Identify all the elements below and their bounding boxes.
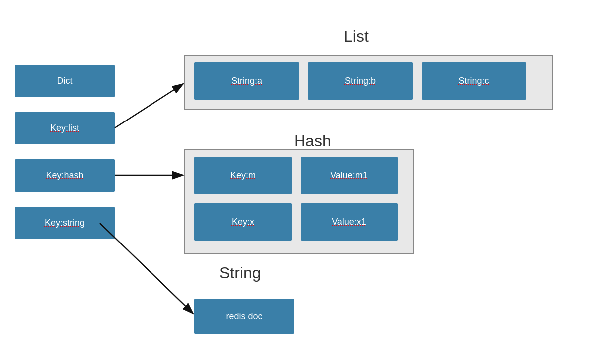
hash-title: Hash	[294, 132, 331, 150]
list-item-c: String:c	[422, 62, 526, 100]
string-title: String	[219, 264, 261, 282]
string-item: redis doc	[194, 299, 294, 334]
hash-key-x: Key:x	[194, 203, 292, 241]
key-string-box: Key:string	[15, 207, 115, 239]
hash-value-m1: Value:m1	[301, 157, 398, 194]
svg-line-1	[115, 84, 183, 128]
list-item-a: String:a	[194, 62, 299, 100]
dict-box: Dict	[15, 65, 115, 97]
hash-value-x1: Value:x1	[301, 203, 398, 241]
hash-key-m: Key:m	[194, 157, 292, 194]
key-list-box: Key:list	[15, 112, 115, 144]
key-hash-box: Key:hash	[15, 159, 115, 192]
list-title: List	[344, 27, 369, 46]
list-item-b: String:b	[308, 62, 413, 100]
